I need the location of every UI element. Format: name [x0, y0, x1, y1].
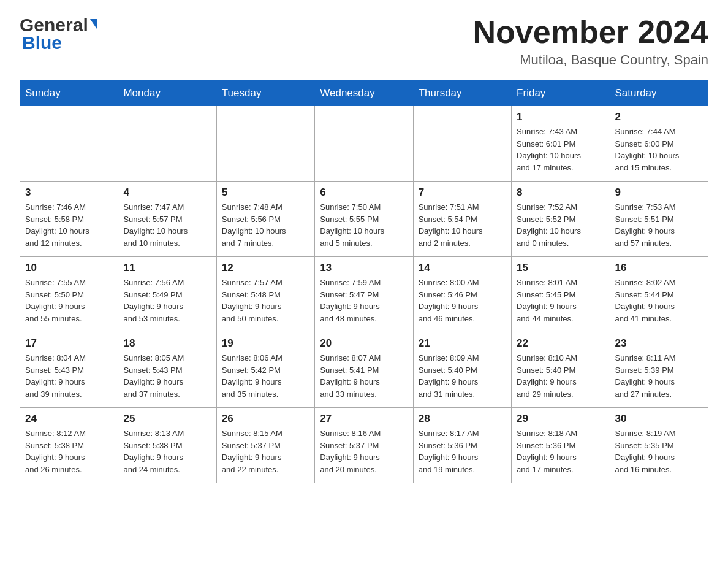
calendar-cell: 16Sunrise: 8:02 AM Sunset: 5:44 PM Dayli… [610, 257, 708, 332]
calendar-week-row: 17Sunrise: 8:04 AM Sunset: 5:43 PM Dayli… [20, 332, 708, 408]
day-info: Sunrise: 8:11 AM Sunset: 5:39 PM Dayligh… [615, 352, 703, 400]
day-info: Sunrise: 8:02 AM Sunset: 5:44 PM Dayligh… [615, 277, 703, 324]
day-number: 2 [615, 111, 703, 123]
calendar-cell: 8Sunrise: 7:52 AM Sunset: 5:52 PM Daylig… [512, 182, 610, 257]
day-info: Sunrise: 8:16 AM Sunset: 5:37 PM Dayligh… [320, 427, 408, 475]
calendar-cell: 20Sunrise: 8:07 AM Sunset: 5:41 PM Dayli… [315, 332, 413, 408]
day-info: Sunrise: 7:46 AM Sunset: 5:58 PM Dayligh… [25, 201, 113, 249]
calendar-cell [118, 106, 216, 182]
calendar-table: SundayMondayTuesdayWednesdayThursdayFrid… [20, 80, 708, 483]
day-number: 9 [615, 186, 703, 199]
day-info: Sunrise: 7:57 AM Sunset: 5:48 PM Dayligh… [222, 277, 309, 324]
day-info: Sunrise: 8:00 AM Sunset: 5:46 PM Dayligh… [419, 277, 506, 324]
day-info: Sunrise: 8:01 AM Sunset: 5:45 PM Dayligh… [517, 277, 604, 324]
calendar-cell: 5Sunrise: 7:48 AM Sunset: 5:56 PM Daylig… [216, 182, 314, 257]
calendar-cell: 29Sunrise: 8:18 AM Sunset: 5:36 PM Dayli… [512, 408, 610, 483]
day-number: 13 [320, 262, 408, 274]
calendar-cell: 7Sunrise: 7:51 AM Sunset: 5:54 PM Daylig… [413, 182, 511, 257]
calendar-cell: 26Sunrise: 8:15 AM Sunset: 5:37 PM Dayli… [216, 408, 314, 483]
day-info: Sunrise: 8:04 AM Sunset: 5:43 PM Dayligh… [25, 352, 113, 400]
calendar-cell: 12Sunrise: 7:57 AM Sunset: 5:48 PM Dayli… [216, 257, 314, 332]
weekday-header-monday: Monday [118, 81, 216, 106]
calendar-cell: 6Sunrise: 7:50 AM Sunset: 5:55 PM Daylig… [315, 182, 413, 257]
page-header: General Blue November 2024 Mutiloa, Basq… [20, 15, 708, 68]
calendar-cell: 14Sunrise: 8:00 AM Sunset: 5:46 PM Dayli… [413, 257, 511, 332]
calendar-cell: 1Sunrise: 7:43 AM Sunset: 6:01 PM Daylig… [512, 106, 610, 182]
calendar-header: SundayMondayTuesdayWednesdayThursdayFrid… [20, 81, 708, 106]
day-info: Sunrise: 8:18 AM Sunset: 5:36 PM Dayligh… [517, 427, 604, 475]
calendar-cell: 15Sunrise: 8:01 AM Sunset: 5:45 PM Dayli… [512, 257, 610, 332]
day-info: Sunrise: 7:52 AM Sunset: 5:52 PM Dayligh… [517, 201, 604, 249]
calendar-cell: 10Sunrise: 7:55 AM Sunset: 5:50 PM Dayli… [20, 257, 118, 332]
day-number: 1 [517, 111, 604, 123]
location-subtitle: Mutiloa, Basque Country, Spain [473, 52, 708, 68]
calendar-cell: 18Sunrise: 8:05 AM Sunset: 5:43 PM Dayli… [118, 332, 216, 408]
day-info: Sunrise: 8:05 AM Sunset: 5:43 PM Dayligh… [123, 352, 211, 400]
calendar-cell: 21Sunrise: 8:09 AM Sunset: 5:40 PM Dayli… [413, 332, 511, 408]
weekday-header-thursday: Thursday [413, 81, 511, 106]
day-number: 10 [25, 262, 113, 274]
calendar-week-row: 3Sunrise: 7:46 AM Sunset: 5:58 PM Daylig… [20, 182, 708, 257]
calendar-cell [315, 106, 413, 182]
day-info: Sunrise: 8:07 AM Sunset: 5:41 PM Dayligh… [320, 352, 408, 400]
calendar-cell [413, 106, 511, 182]
day-number: 19 [222, 337, 309, 350]
calendar-cell: 24Sunrise: 8:12 AM Sunset: 5:38 PM Dayli… [20, 408, 118, 483]
calendar-week-row: 24Sunrise: 8:12 AM Sunset: 5:38 PM Dayli… [20, 408, 708, 483]
weekday-header-wednesday: Wednesday [315, 81, 413, 106]
calendar-cell: 9Sunrise: 7:53 AM Sunset: 5:51 PM Daylig… [610, 182, 708, 257]
day-number: 6 [320, 186, 408, 199]
calendar-week-row: 10Sunrise: 7:55 AM Sunset: 5:50 PM Dayli… [20, 257, 708, 332]
day-number: 26 [222, 413, 309, 425]
day-info: Sunrise: 7:51 AM Sunset: 5:54 PM Dayligh… [419, 201, 506, 249]
day-number: 3 [25, 186, 113, 199]
calendar-cell: 2Sunrise: 7:44 AM Sunset: 6:00 PM Daylig… [610, 106, 708, 182]
calendar-cell: 4Sunrise: 7:47 AM Sunset: 5:57 PM Daylig… [118, 182, 216, 257]
day-number: 5 [222, 186, 309, 199]
day-number: 30 [615, 413, 703, 425]
calendar-cell: 23Sunrise: 8:11 AM Sunset: 5:39 PM Dayli… [610, 332, 708, 408]
calendar-cell: 11Sunrise: 7:56 AM Sunset: 5:49 PM Dayli… [118, 257, 216, 332]
day-number: 11 [123, 262, 211, 274]
day-info: Sunrise: 7:55 AM Sunset: 5:50 PM Dayligh… [25, 277, 113, 324]
day-number: 28 [419, 413, 506, 425]
day-number: 16 [615, 262, 703, 274]
weekday-header-sunday: Sunday [20, 81, 118, 106]
day-number: 20 [320, 337, 408, 350]
day-info: Sunrise: 8:06 AM Sunset: 5:42 PM Dayligh… [222, 352, 309, 400]
calendar-cell: 25Sunrise: 8:13 AM Sunset: 5:38 PM Dayli… [118, 408, 216, 483]
calendar-cell: 19Sunrise: 8:06 AM Sunset: 5:42 PM Dayli… [216, 332, 314, 408]
day-number: 4 [123, 186, 211, 199]
day-number: 21 [419, 337, 506, 350]
day-number: 29 [517, 413, 604, 425]
day-info: Sunrise: 7:47 AM Sunset: 5:57 PM Dayligh… [123, 201, 211, 249]
day-info: Sunrise: 7:53 AM Sunset: 5:51 PM Dayligh… [615, 201, 703, 249]
logo-blue-text: Blue [22, 33, 97, 53]
calendar-cell: 17Sunrise: 8:04 AM Sunset: 5:43 PM Dayli… [20, 332, 118, 408]
weekday-header-saturday: Saturday [610, 81, 708, 106]
title-block: November 2024 Mutiloa, Basque Country, S… [473, 15, 708, 68]
day-number: 23 [615, 337, 703, 350]
calendar-cell: 13Sunrise: 7:59 AM Sunset: 5:47 PM Dayli… [315, 257, 413, 332]
day-info: Sunrise: 7:50 AM Sunset: 5:55 PM Dayligh… [320, 201, 408, 249]
calendar-cell: 28Sunrise: 8:17 AM Sunset: 5:36 PM Dayli… [413, 408, 511, 483]
day-number: 15 [517, 262, 604, 274]
logo: General Blue [20, 15, 97, 53]
calendar-cell [216, 106, 314, 182]
day-info: Sunrise: 8:13 AM Sunset: 5:38 PM Dayligh… [123, 427, 211, 475]
calendar-cell: 30Sunrise: 8:19 AM Sunset: 5:35 PM Dayli… [610, 408, 708, 483]
day-info: Sunrise: 7:44 AM Sunset: 6:00 PM Dayligh… [615, 126, 703, 174]
day-number: 18 [123, 337, 211, 350]
day-info: Sunrise: 7:56 AM Sunset: 5:49 PM Dayligh… [123, 277, 211, 324]
month-title: November 2024 [473, 15, 708, 50]
calendar-cell: 3Sunrise: 7:46 AM Sunset: 5:58 PM Daylig… [20, 182, 118, 257]
weekday-header-friday: Friday [512, 81, 610, 106]
calendar-cell: 22Sunrise: 8:10 AM Sunset: 5:40 PM Dayli… [512, 332, 610, 408]
day-info: Sunrise: 7:43 AM Sunset: 6:01 PM Dayligh… [517, 126, 604, 174]
calendar-week-row: 1Sunrise: 7:43 AM Sunset: 6:01 PM Daylig… [20, 106, 708, 182]
day-info: Sunrise: 8:17 AM Sunset: 5:36 PM Dayligh… [419, 427, 506, 475]
weekday-header-tuesday: Tuesday [216, 81, 314, 106]
day-number: 12 [222, 262, 309, 274]
day-number: 25 [123, 413, 211, 425]
calendar-cell [20, 106, 118, 182]
